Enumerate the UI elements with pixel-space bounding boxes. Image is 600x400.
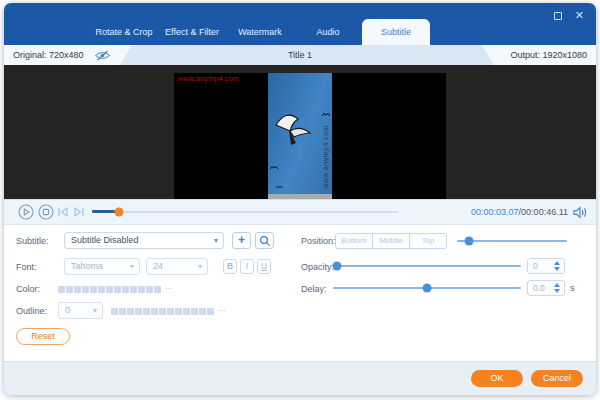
stop-button[interactable] xyxy=(38,204,54,220)
subtitle-label: Subtitle: xyxy=(16,232,49,250)
color-swatch[interactable] xyxy=(151,308,158,315)
color-swatch[interactable] xyxy=(191,308,198,315)
progress-track[interactable] xyxy=(92,211,398,213)
more-colors-icon[interactable]: ··· xyxy=(218,307,226,315)
color-swatch[interactable] xyxy=(58,286,65,293)
bold-button[interactable]: B xyxy=(223,259,237,274)
color-swatch-row: ··· xyxy=(58,285,173,293)
position-bottom-button[interactable]: Bottom xyxy=(335,233,373,249)
position-slider-thumb[interactable] xyxy=(465,237,474,246)
previous-frame-button[interactable] xyxy=(57,206,69,218)
subtitle-dialog: ✕ Rotate & CropEffect & FilterWatermarkA… xyxy=(4,3,596,395)
color-swatch[interactable] xyxy=(90,286,97,293)
color-swatch[interactable] xyxy=(127,308,134,315)
outline-swatch-row: ··· xyxy=(111,307,226,315)
font-family-value: Tahoma xyxy=(71,261,103,271)
color-swatch[interactable] xyxy=(207,308,214,315)
original-resolution-chip: Original: 720x480 xyxy=(4,45,132,65)
spinner-up-arrow[interactable] xyxy=(554,283,560,287)
spinner-up-arrow[interactable] xyxy=(554,261,560,265)
search-subtitle-button[interactable] xyxy=(255,232,274,249)
tab-bar: Rotate & CropEffect & FilterWatermarkAud… xyxy=(90,19,430,45)
spinner-down-arrow[interactable] xyxy=(554,289,560,293)
delay-slider-thumb[interactable] xyxy=(423,284,432,293)
font-size-value: 24 xyxy=(153,261,163,271)
opacity-slider-thumb[interactable] xyxy=(332,262,341,271)
outline-size-select[interactable]: 0 ▾ xyxy=(58,302,103,319)
chevron-down-icon: ▾ xyxy=(198,259,202,274)
opacity-spinner[interactable]: 0 xyxy=(527,258,565,274)
opacity-slider-track[interactable] xyxy=(333,265,521,267)
opacity-label: Opacity: xyxy=(301,258,334,276)
tab-rotate-crop[interactable]: Rotate & Crop xyxy=(90,19,158,45)
video-preview: www.anymp4.com www.anymp4.com xyxy=(4,65,596,199)
color-swatch[interactable] xyxy=(183,308,190,315)
font-size-select[interactable]: 24 ▾ xyxy=(146,258,208,275)
spinner-down-arrow[interactable] xyxy=(554,267,560,271)
position-middle-button[interactable]: Middle xyxy=(372,233,410,249)
color-swatch[interactable] xyxy=(138,286,145,293)
current-time: 00:00:03.07 xyxy=(471,207,519,217)
underline-button[interactable]: U xyxy=(257,259,271,274)
color-swatch[interactable] xyxy=(154,286,161,293)
subtitle-select-value: Subtitle Disabled xyxy=(71,235,139,245)
next-frame-button[interactable] xyxy=(73,206,85,218)
italic-button[interactable]: I xyxy=(240,259,254,274)
color-swatch[interactable] xyxy=(122,286,129,293)
tab-watermark[interactable]: Watermark xyxy=(226,19,294,45)
position-slider[interactable] xyxy=(457,233,567,249)
chevron-down-icon: ▾ xyxy=(214,233,218,248)
subtitle-settings: Subtitle: Subtitle Disabled ▾ + Font: Ta… xyxy=(4,225,596,361)
position-label: Position: xyxy=(301,232,336,250)
more-colors-icon[interactable]: ··· xyxy=(165,285,173,293)
cancel-button[interactable]: Cancel xyxy=(531,370,583,387)
volume-icon[interactable] xyxy=(573,206,588,219)
reset-button[interactable]: Reset xyxy=(16,328,70,345)
total-time: 00:00:46.11 xyxy=(521,207,568,217)
delay-spinner[interactable]: 0.0 xyxy=(527,280,565,296)
color-swatch[interactable] xyxy=(98,286,105,293)
time-display: 00:00:03.07/00:00:46.11 xyxy=(471,200,568,224)
color-swatch[interactable] xyxy=(175,308,182,315)
color-swatch[interactable] xyxy=(130,286,137,293)
opacity-slider[interactable] xyxy=(333,258,521,274)
outline-label: Outline: xyxy=(16,302,47,320)
maximize-button[interactable] xyxy=(554,6,562,24)
opacity-value: 0 xyxy=(533,259,538,273)
add-subtitle-button[interactable]: + xyxy=(232,232,251,249)
plus-icon: + xyxy=(233,233,250,247)
color-swatch[interactable] xyxy=(167,308,174,315)
chevron-down-icon: ▾ xyxy=(130,259,134,274)
delay-unit-label: s xyxy=(570,280,575,296)
color-swatch[interactable] xyxy=(106,286,113,293)
color-swatch[interactable] xyxy=(199,308,206,315)
font-family-select[interactable]: Tahoma ▾ xyxy=(64,258,140,275)
color-swatch[interactable] xyxy=(143,308,150,315)
position-top-button[interactable]: Top xyxy=(409,233,447,249)
original-resolution-label: Original: 720x480 xyxy=(13,45,84,65)
tab-subtitle[interactable]: Subtitle xyxy=(362,19,430,45)
info-bar: Title 1 Original: 720x480 Output: 1920x1… xyxy=(4,45,596,65)
color-swatch[interactable] xyxy=(114,286,121,293)
preview-eye-off-icon[interactable] xyxy=(94,50,111,61)
close-button[interactable]: ✕ xyxy=(575,10,584,21)
delay-slider[interactable] xyxy=(333,280,521,296)
position-group: BottomMiddleTop xyxy=(335,233,447,249)
color-swatch[interactable] xyxy=(119,308,126,315)
footer-bar: OK Cancel xyxy=(4,361,596,395)
tab-effect-filter[interactable]: Effect & Filter xyxy=(158,19,226,45)
ok-button[interactable]: OK xyxy=(471,370,523,387)
play-button[interactable] xyxy=(18,204,34,220)
tab-audio[interactable]: Audio xyxy=(294,19,362,45)
color-swatch[interactable] xyxy=(66,286,73,293)
color-swatch[interactable] xyxy=(111,308,118,315)
color-swatch[interactable] xyxy=(135,308,142,315)
subtitle-select[interactable]: Subtitle Disabled ▾ xyxy=(64,232,224,249)
color-label: Color: xyxy=(16,280,40,298)
color-swatch[interactable] xyxy=(74,286,81,293)
progress-thumb[interactable] xyxy=(115,208,124,217)
color-swatch[interactable] xyxy=(82,286,89,293)
color-swatch[interactable] xyxy=(159,308,166,315)
color-swatch[interactable] xyxy=(146,286,153,293)
chevron-down-icon: ▾ xyxy=(93,303,97,318)
